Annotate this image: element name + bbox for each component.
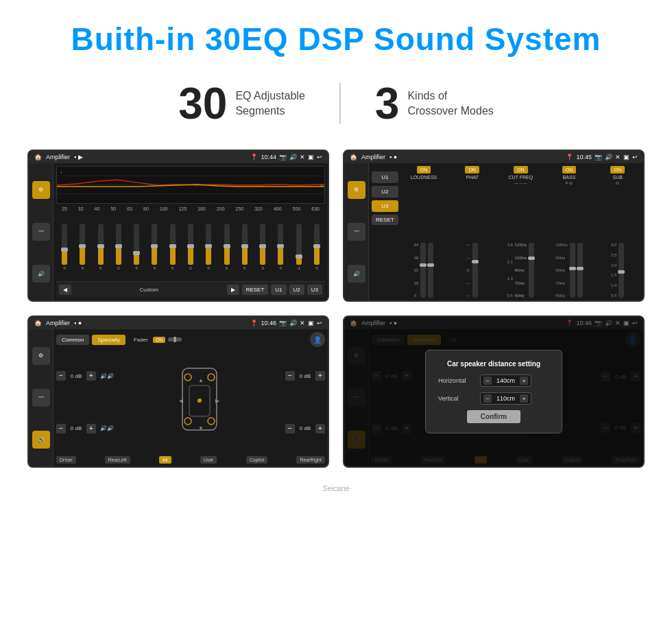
eq-slider-7[interactable]: 0 — [188, 224, 193, 270]
app-title-3: Amplifier — [46, 320, 70, 326]
vol-tr-plus[interactable]: + — [315, 371, 325, 381]
eq-slider-5[interactable]: 0 — [152, 224, 157, 270]
fader-controls — [168, 337, 182, 342]
bass-on[interactable]: ON — [562, 166, 577, 174]
vol-tl-plus[interactable]: + — [86, 371, 96, 381]
x-icon-2[interactable]: ✕ — [615, 154, 621, 160]
spk-user[interactable]: User — [200, 456, 217, 464]
fader-slider[interactable] — [168, 337, 182, 342]
eq-u1[interactable]: U1 — [271, 285, 286, 295]
eq-slider-2[interactable]: 0 — [98, 224, 104, 270]
cross-btn-vol[interactable]: 🔊 — [348, 265, 365, 283]
vol-tl: − 0 dB + 🔊🔊 — [56, 371, 114, 381]
spec-btn-wave[interactable]: 〰 — [32, 389, 50, 407]
eq-btn-wave[interactable]: 〰 — [32, 223, 50, 241]
x-icon-3[interactable]: ✕ — [300, 320, 305, 326]
eq-sidebar: ⚙ 〰 🔊 — [29, 163, 53, 300]
home-icon-2[interactable]: 🏠 — [350, 154, 357, 160]
square-icon-1[interactable]: ▣ — [308, 154, 314, 160]
cross-reset[interactable]: RESET — [372, 215, 398, 225]
preset-u1[interactable]: U1 — [372, 171, 398, 183]
eq-reset[interactable]: RESET — [242, 285, 269, 295]
vol-bl-minus[interactable]: − — [56, 424, 66, 433]
vol-tl-minus[interactable]: − — [56, 371, 66, 381]
eq-slider-4[interactable]: 5 — [134, 224, 139, 270]
camera-icon-1: 📷 — [279, 154, 287, 160]
horizontal-label: Horizontal — [438, 377, 476, 384]
bass-slider2[interactable] — [577, 243, 583, 298]
spk-all[interactable]: All — [159, 456, 171, 464]
eq-prev[interactable]: ◀ — [59, 285, 71, 295]
spk-driver[interactable]: Driver — [56, 456, 76, 464]
eq-slider-11[interactable]: 0 — [260, 224, 265, 270]
preset-u2[interactable]: U2 — [372, 186, 398, 198]
preset-u3[interactable]: U3 — [372, 200, 398, 212]
phat-slider1[interactable] — [472, 243, 478, 298]
home-icon-3[interactable]: 🏠 — [34, 320, 42, 326]
cross-btn-wave[interactable]: 〰 — [348, 223, 365, 241]
user-icon[interactable]: 👤 — [310, 332, 325, 347]
eq-slider-12[interactable]: 0 — [278, 224, 283, 270]
back-icon-3[interactable]: ↩ — [317, 320, 322, 326]
mode-specialty[interactable]: Specialty — [92, 335, 125, 345]
spk-rearright[interactable]: RearRight — [296, 456, 325, 464]
phat-on[interactable]: ON — [465, 166, 479, 174]
vertical-minus[interactable]: − — [483, 394, 492, 403]
vertical-label: Vertical — [438, 395, 476, 402]
vol-tr-minus[interactable]: − — [285, 371, 295, 381]
horizontal-row: Horizontal − 140cm + — [438, 374, 549, 387]
horizontal-minus[interactable]: − — [483, 377, 492, 385]
x-icon-1[interactable]: ✕ — [300, 154, 305, 160]
preset-col: U1 U2 U3 RESET — [372, 166, 398, 298]
home-icon-1[interactable]: 🏠 — [34, 154, 42, 160]
eq-btn-eq[interactable]: ⚙ — [32, 181, 50, 199]
eq-slider-1[interactable]: 0 — [80, 224, 85, 270]
eq-btn-vol[interactable]: 🔊 — [32, 265, 50, 283]
eq-u2[interactable]: U2 — [289, 285, 304, 295]
cutfreq-on[interactable]: ON — [514, 166, 528, 174]
eq-arrow-right[interactable]: » — [320, 182, 323, 188]
loudness-slider1[interactable] — [420, 243, 426, 298]
svg-text:▶: ▶ — [215, 398, 220, 404]
back-icon-1[interactable]: ↩ — [317, 154, 322, 160]
eq-graph: + - » — [56, 166, 325, 204]
play-icons-2: ▪ ● — [389, 154, 397, 160]
spec-btn-vol[interactable]: 🔊 — [32, 431, 50, 449]
square-icon-3[interactable]: ▣ — [308, 320, 314, 326]
svg-text:-: - — [60, 196, 62, 200]
eq-slider-8[interactable]: 0 — [206, 224, 211, 270]
eq-label: EQ Adjustable Segments — [235, 88, 304, 119]
vol-br-minus[interactable]: − — [285, 424, 295, 433]
channels: ON LOUDNESS 644832160 — [401, 166, 640, 298]
square-icon-2[interactable]: ▣ — [623, 154, 629, 160]
eq-slider-10[interactable]: 0 — [242, 224, 248, 270]
eq-u3[interactable]: U3 — [307, 285, 322, 295]
vol-br-plus[interactable]: + — [315, 424, 325, 433]
bass-slider1[interactable] — [570, 243, 575, 298]
eq-next[interactable]: ▶ — [227, 285, 239, 295]
volume-icon-2: 🔊 — [605, 154, 612, 160]
back-icon-2[interactable]: ↩ — [632, 154, 638, 160]
horizontal-plus[interactable]: + — [520, 377, 528, 385]
phat-name: PHAT — [466, 175, 479, 180]
sub-slider1[interactable] — [619, 243, 624, 298]
eq-slider-6[interactable]: 0 — [170, 224, 176, 270]
crossover-label: Kinds of Crossover Modes — [407, 88, 493, 119]
loudness-on[interactable]: ON — [417, 166, 431, 174]
vertical-plus[interactable]: + — [520, 394, 528, 403]
spk-copilot[interactable]: Copilot — [246, 456, 268, 464]
eq-slider-9[interactable]: 0 — [224, 224, 230, 270]
cross-btn-eq[interactable]: ⚙ — [348, 181, 365, 199]
eq-slider-13[interactable]: -1 — [296, 224, 302, 270]
eq-slider-14[interactable]: 0 — [314, 224, 320, 270]
spec-btn-eq[interactable]: ⚙ — [32, 347, 50, 365]
vol-bl-plus[interactable]: + — [86, 424, 96, 433]
mode-common[interactable]: Common — [56, 335, 89, 345]
eq-slider-0[interactable]: 0 — [62, 224, 67, 270]
eq-slider-3[interactable]: 0 — [116, 224, 121, 270]
sub-on[interactable]: ON — [610, 166, 625, 174]
spk-rearleft[interactable]: RearLeft — [105, 456, 130, 464]
cutfreq-slider1[interactable] — [529, 243, 534, 298]
confirm-button[interactable]: Confirm — [467, 410, 520, 423]
loudness-slider2[interactable] — [428, 243, 433, 298]
